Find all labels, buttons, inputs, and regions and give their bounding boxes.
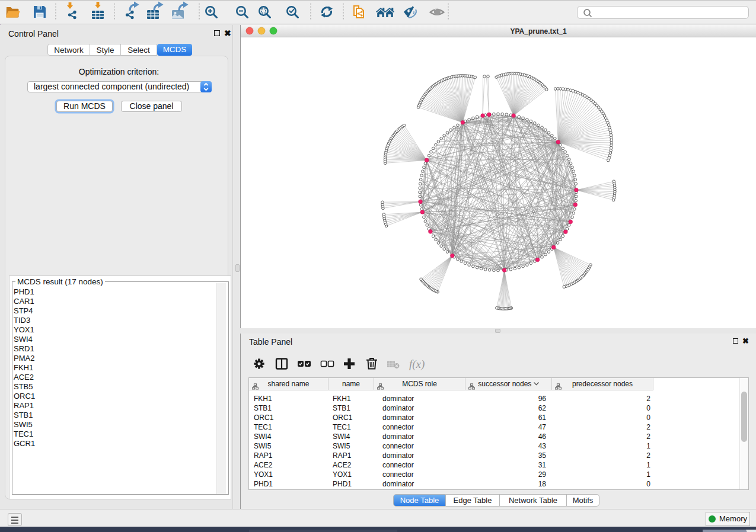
svg-text:f(x): f(x): [409, 358, 425, 371]
